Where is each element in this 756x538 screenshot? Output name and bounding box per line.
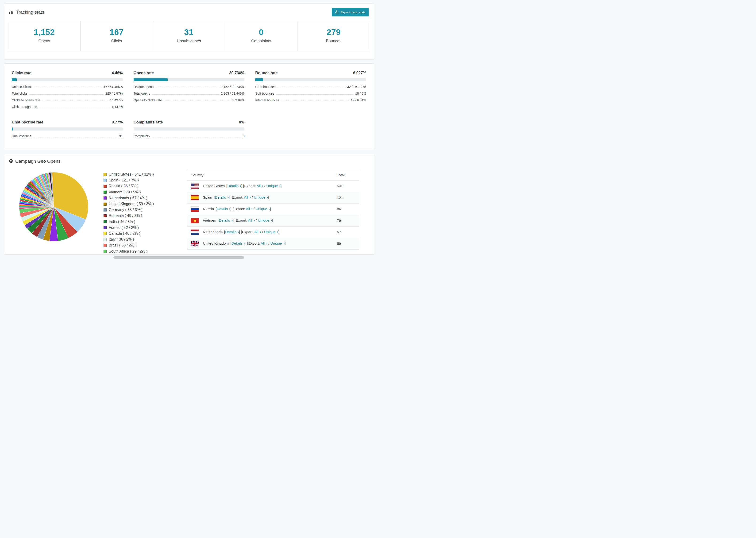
legend-label: Brazil ( 33 / 2% ) xyxy=(109,243,136,247)
rate-panel-header: Opens rate30.736% xyxy=(134,71,244,75)
rate-panel-header: Clicks rate4.46% xyxy=(12,71,123,75)
table-row: Russia[Details ›] [Export: All › / Uniqu… xyxy=(187,203,359,215)
rate-detail-rows: Hard bounces242 / 86.738%Soft bounces18 … xyxy=(255,83,366,103)
bracket-text: ] [ xyxy=(239,230,242,234)
metric-value: 19 / 6.81% xyxy=(351,99,366,102)
export-unique-link[interactable]: Unique › xyxy=(270,241,285,245)
metric-label: Unique opens xyxy=(134,85,153,89)
details-link[interactable]: Details › xyxy=(232,241,245,245)
rate-value: 6.927% xyxy=(353,71,366,75)
stat-label: Bounces xyxy=(297,39,370,43)
stat-label: Clicks xyxy=(81,39,153,43)
rate-panel-header: Complaints rate0% xyxy=(134,120,244,125)
metric-value: 167 / 4.456% xyxy=(104,85,123,89)
table-row: Germany[Details ›] [Export: All › / Uniq… xyxy=(187,249,359,250)
rate-value: 30.736% xyxy=(229,71,244,75)
legend-item: India ( 46 / 3% ) xyxy=(104,219,178,225)
geo-table: Country Total United States[Details ›] [… xyxy=(187,170,359,250)
progress-bar xyxy=(134,128,244,131)
legend-label: South Africa ( 29 / 2% ) xyxy=(109,249,147,253)
flag-nl-icon xyxy=(190,229,199,235)
progress-bar xyxy=(12,78,123,81)
dotted-leader xyxy=(164,101,230,101)
bracket-text: / xyxy=(253,207,256,211)
legend-label: Canada ( 40 / 2% ) xyxy=(109,232,140,236)
export-unique-link[interactable]: Unique › xyxy=(264,230,279,234)
table-row: Netherlands[Details ›] [Export: All › / … xyxy=(187,226,359,238)
metric-value: 2,303 / 61.446% xyxy=(221,92,244,95)
metric-label: Opens to clicks rate xyxy=(134,99,162,102)
export-all-link[interactable]: All › xyxy=(248,218,255,222)
total-cell: 55 xyxy=(333,249,359,250)
export-icon xyxy=(335,10,339,14)
export-all-link[interactable]: All › xyxy=(261,241,267,245)
country-name: Spain xyxy=(203,195,212,199)
legend-item: United Kingdom ( 59 / 3% ) xyxy=(104,201,178,207)
rate-panel: Complaints rate0%Complaints0 xyxy=(134,120,244,139)
chevron-right-icon: › xyxy=(237,230,239,234)
legend-label: Germany ( 55 / 3% ) xyxy=(109,208,142,212)
metric-label: Total opens xyxy=(134,92,150,95)
export-unique-link[interactable]: Unique › xyxy=(266,184,281,188)
legend-item: Russia ( 86 / 5% ) xyxy=(104,183,178,189)
rate-title: Complaints rate xyxy=(134,120,163,125)
progress-bar xyxy=(255,78,366,81)
rate-panel-header: Unsubscribe rate0.77% xyxy=(12,120,123,125)
metric-row: Hard bounces242 / 86.738% xyxy=(255,83,366,90)
rate-title: Clicks rate xyxy=(12,71,31,75)
legend-item: South Africa ( 29 / 2% ) xyxy=(104,248,178,254)
legend-swatch xyxy=(104,179,107,182)
bracket-text: / xyxy=(267,241,270,245)
bracket-text: ] [ xyxy=(233,218,236,222)
geo-table-wrap: Country Total United States[Details ›] [… xyxy=(187,170,359,250)
rate-panel-header: Bounce rate6.927% xyxy=(255,71,366,75)
legend-swatch xyxy=(104,202,107,206)
metric-label: Soft bounces xyxy=(255,92,274,95)
chevron-right-icon: › xyxy=(239,184,241,188)
export-all-link[interactable]: All › xyxy=(246,207,253,211)
flag-vn-icon xyxy=(190,218,199,224)
metric-value: 689.82% xyxy=(232,99,244,102)
details-link[interactable]: Details › xyxy=(225,230,239,234)
bracket-text: Export: xyxy=(233,207,246,211)
tracking-stats-card: Tracking stats Export basic stats 1,152O… xyxy=(4,3,374,59)
metric-label: Hard bounces xyxy=(255,85,275,89)
dotted-leader xyxy=(155,88,219,88)
details-link[interactable]: Details › xyxy=(215,195,229,199)
legend-item: Netherlands ( 67 / 4% ) xyxy=(104,195,178,201)
details-link[interactable]: Details › xyxy=(219,218,233,222)
legend-swatch xyxy=(104,250,107,253)
horizontal-scrollbar-thumb[interactable] xyxy=(113,256,244,259)
export-all-link[interactable]: All › xyxy=(244,195,251,199)
details-link[interactable]: Details › xyxy=(217,207,231,211)
export-all-link[interactable]: All › xyxy=(254,230,261,234)
export-unique-link[interactable]: Unique › xyxy=(254,195,268,199)
bracket-text: ] [ xyxy=(241,184,244,188)
rate-value: 0.77% xyxy=(112,120,123,125)
legend-item: Spain ( 121 / 7% ) xyxy=(104,178,178,183)
details-link[interactable]: Details › xyxy=(227,184,241,188)
legend-swatch xyxy=(104,244,107,247)
export-unique-link[interactable]: Unique › xyxy=(258,218,272,222)
stat-cell: 31Unsubscribes xyxy=(153,21,225,51)
bracket-text: ] xyxy=(272,218,273,222)
bracket-text: Export: xyxy=(248,241,261,245)
export-all-link[interactable]: All › xyxy=(257,184,263,188)
stat-cell: 279Bounces xyxy=(297,21,370,51)
tracking-stats-header: Tracking stats Export basic stats xyxy=(4,4,374,21)
bracket-text: ] xyxy=(278,230,279,234)
rates-card: Clicks rate4.46%Unique clicks167 / 4.456… xyxy=(4,63,374,150)
export-basic-stats-button[interactable]: Export basic stats xyxy=(332,8,369,17)
legend-label: United States ( 541 / 31% ) xyxy=(109,172,154,177)
export-unique-link[interactable]: Unique › xyxy=(256,207,270,211)
dotted-leader xyxy=(152,94,219,95)
chevron-right-icon: › xyxy=(278,184,280,188)
country-name: Netherlands xyxy=(203,230,223,234)
metric-row: Internal bounces19 / 6.81% xyxy=(255,97,366,103)
bracket-text: [ xyxy=(230,241,231,245)
total-cell: 67 xyxy=(333,226,359,238)
metric-label: Unsubscribes xyxy=(12,134,31,138)
dotted-leader xyxy=(42,101,108,101)
legend-swatch xyxy=(104,190,107,194)
progress-bar xyxy=(134,78,244,81)
